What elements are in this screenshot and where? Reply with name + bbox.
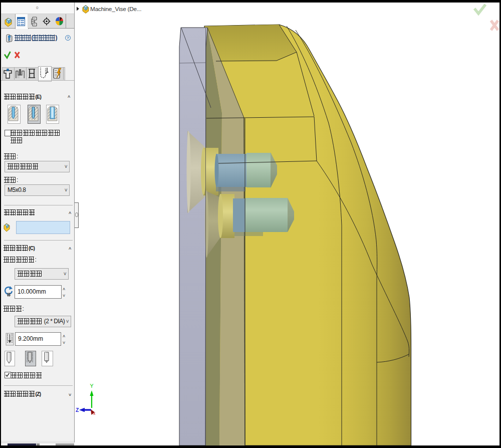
svg-text:Y: Y xyxy=(90,383,94,389)
svg-text:Z: Z xyxy=(76,407,79,413)
svg-text:x: x xyxy=(93,411,96,416)
svg-text:Machine_Vise (De...: Machine_Vise (De... xyxy=(90,6,141,13)
